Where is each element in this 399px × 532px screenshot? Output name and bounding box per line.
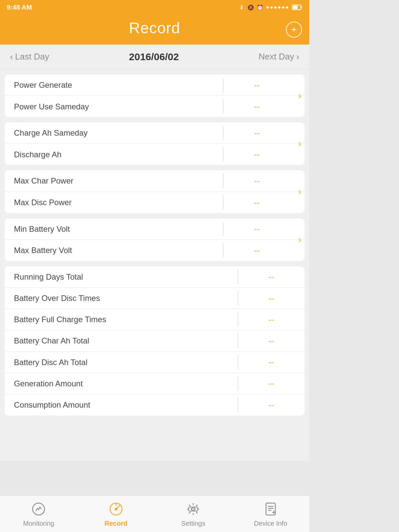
chevron-left-icon: ‹ bbox=[10, 52, 13, 62]
row-label: Battery Full Charge Times bbox=[5, 309, 238, 330]
row-label: Discharge Ah bbox=[5, 144, 223, 165]
section-battery-volt: › Min Battery Volt -- Max Battery Volt -… bbox=[5, 218, 305, 261]
current-date: 2016/06/02 bbox=[129, 51, 179, 63]
table-row[interactable]: Battery Over Disc Times -- bbox=[5, 288, 305, 309]
tab-settings-label: Settings bbox=[181, 520, 205, 527]
next-day-button[interactable]: Next Day › bbox=[259, 52, 299, 62]
row-value: -- bbox=[223, 219, 290, 239]
svg-line-17 bbox=[189, 512, 191, 514]
row-label: Power Use Sameday bbox=[5, 96, 223, 117]
row-value: -- bbox=[238, 267, 305, 287]
tab-device-info[interactable]: Device Info bbox=[232, 500, 310, 527]
row-label: Max Battery Volt bbox=[5, 240, 223, 261]
table-row[interactable]: Consumption Amount -- bbox=[5, 394, 305, 416]
row-value: -- bbox=[238, 288, 305, 308]
tab-settings[interactable]: Settings bbox=[155, 500, 232, 527]
page-title: Record bbox=[129, 19, 180, 37]
row-value: -- bbox=[223, 144, 290, 164]
row-value: -- bbox=[223, 193, 290, 212]
row-label: Generation Amount bbox=[5, 373, 238, 394]
table-row[interactable]: Running Days Total -- bbox=[5, 266, 305, 288]
table-row[interactable]: Max Char Power -- bbox=[5, 170, 305, 192]
header: Record + bbox=[0, 15, 309, 45]
row-label: Battery Char Ah Total bbox=[5, 330, 238, 351]
record-icon bbox=[107, 500, 125, 518]
table-row[interactable]: Battery Full Charge Times -- bbox=[5, 309, 305, 330]
table-row[interactable]: Generation Amount -- bbox=[5, 373, 305, 394]
signal-dots-icon: ●●●●●● bbox=[266, 4, 289, 10]
content-area: › Power Generate -- Power Use Sameday --… bbox=[0, 69, 309, 461]
row-label: Running Days Total bbox=[5, 266, 238, 287]
tab-record[interactable]: Record bbox=[77, 500, 155, 527]
row-value: -- bbox=[238, 310, 305, 330]
row-value: -- bbox=[223, 240, 290, 260]
table-row[interactable]: Max Battery Volt -- bbox=[5, 240, 305, 261]
monitoring-icon bbox=[30, 500, 47, 518]
tab-monitoring[interactable]: Monitoring bbox=[0, 500, 77, 527]
tab-record-label: Record bbox=[104, 520, 127, 527]
table-row[interactable]: Battery Disc Ah Total -- bbox=[5, 352, 305, 373]
section1-rows: Power Generate -- Power Use Sameday -- bbox=[5, 74, 305, 117]
table-row[interactable]: Battery Char Ah Total -- bbox=[5, 330, 305, 351]
signal-icon: 🔕 bbox=[247, 4, 254, 11]
section2-rows: Charge Ah Sameday -- Discharge Ah -- bbox=[5, 122, 305, 165]
svg-line-15 bbox=[196, 512, 198, 514]
section3-rows: Max Char Power -- Max Disc Power -- bbox=[5, 170, 305, 213]
row-value: -- bbox=[223, 75, 290, 95]
status-icons: 🔕 ⏰ ●●●●●● bbox=[239, 4, 303, 11]
svg-line-8 bbox=[116, 506, 119, 509]
row-value: -- bbox=[238, 373, 305, 393]
svg-rect-2 bbox=[301, 6, 302, 8]
row-label: Power Generate bbox=[5, 74, 223, 95]
row-label: Min Battery Volt bbox=[5, 218, 223, 239]
row-label: Charge Ah Sameday bbox=[5, 122, 223, 143]
table-row[interactable]: Max Disc Power -- bbox=[5, 192, 305, 213]
section-charge-ah: › Charge Ah Sameday -- Discharge Ah -- bbox=[5, 122, 305, 165]
row-value: -- bbox=[223, 96, 290, 116]
section-totals: Running Days Total -- Battery Over Disc … bbox=[5, 266, 305, 416]
table-row[interactable]: Discharge Ah -- bbox=[5, 144, 305, 165]
row-label: Battery Disc Ah Total bbox=[5, 352, 238, 373]
alarm-icon: ⏰ bbox=[257, 4, 263, 11]
battery-icon bbox=[292, 4, 303, 10]
add-button[interactable]: + bbox=[286, 22, 302, 38]
section-max-power: › Max Char Power -- Max Disc Power -- bbox=[5, 170, 305, 213]
row-value: -- bbox=[223, 123, 290, 143]
row-label: Consumption Amount bbox=[5, 394, 238, 415]
chevron-right-icon: › bbox=[296, 52, 299, 62]
next-day-label: Next Day bbox=[259, 52, 294, 62]
section-power: › Power Generate -- Power Use Sameday -- bbox=[5, 74, 305, 117]
row-value: -- bbox=[238, 352, 305, 372]
device-info-icon bbox=[262, 500, 279, 518]
status-bar: 9:48 AM 🔕 ⏰ ●●●●●● bbox=[0, 0, 309, 15]
section4-rows: Min Battery Volt -- Max Battery Volt -- bbox=[5, 218, 305, 261]
tab-monitoring-label: Monitoring bbox=[23, 520, 54, 527]
last-day-label: Last Day bbox=[15, 52, 49, 62]
status-time: 9:48 AM bbox=[7, 4, 32, 11]
row-value: -- bbox=[223, 171, 290, 191]
last-day-button[interactable]: ‹ Last Day bbox=[10, 52, 49, 62]
table-row[interactable]: Power Use Sameday -- bbox=[5, 96, 305, 117]
tab-device-info-label: Device Info bbox=[254, 520, 287, 527]
row-value: -- bbox=[238, 331, 305, 351]
table-row[interactable]: Power Generate -- bbox=[5, 74, 305, 96]
row-label: Max Disc Power bbox=[5, 192, 223, 213]
svg-line-14 bbox=[189, 505, 191, 506]
row-label: Max Char Power bbox=[5, 170, 223, 191]
row-label: Battery Over Disc Times bbox=[5, 288, 238, 309]
row-value: -- bbox=[238, 395, 305, 415]
plus-icon: + bbox=[291, 25, 297, 35]
table-row[interactable]: Min Battery Volt -- bbox=[5, 218, 305, 240]
table-row[interactable]: Charge Ah Sameday -- bbox=[5, 122, 305, 144]
date-navigation: ‹ Last Day 2016/06/02 Next Day › bbox=[0, 45, 309, 69]
settings-icon bbox=[185, 500, 202, 518]
svg-rect-1 bbox=[293, 6, 298, 9]
svg-line-16 bbox=[196, 505, 198, 506]
bluetooth-icon bbox=[239, 4, 245, 10]
tab-bar: Monitoring Record bbox=[0, 495, 309, 532]
